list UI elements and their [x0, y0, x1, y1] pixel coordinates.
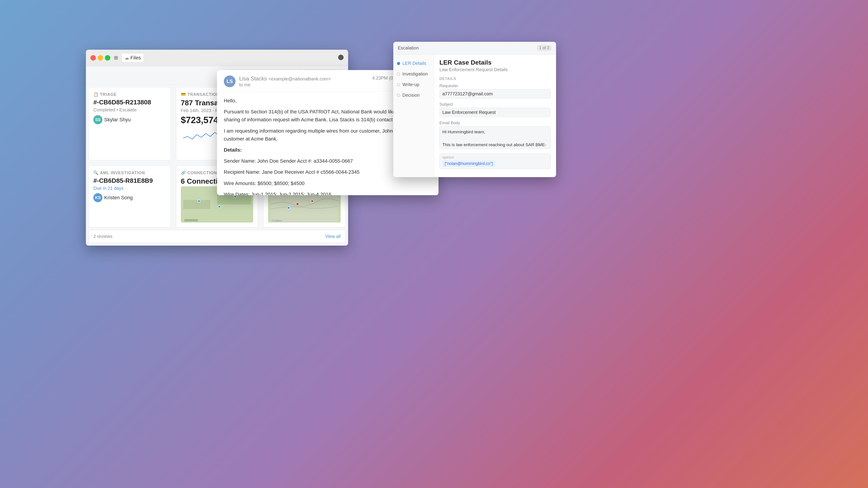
files-tab[interactable]: ☁ Files	[122, 53, 144, 62]
close-button[interactable]	[90, 55, 96, 61]
triage-label: 📋 TRIAGE	[93, 92, 166, 97]
sidebar-item-decision[interactable]: Decision	[393, 90, 434, 101]
ler-layout: LER Details Investigation Write-up Decis…	[393, 55, 556, 177]
cc-field: opinion ["nolan@hummingbird.co"]	[439, 153, 551, 169]
connections-icon: 🔗	[181, 170, 186, 175]
cc-email-tag[interactable]: ["nolan@hummingbird.co"]	[442, 160, 495, 167]
escalation-label: Escalation	[398, 45, 418, 51]
email-to: to me	[239, 82, 369, 88]
svg-text:© mapbox: © mapbox	[272, 219, 282, 222]
writeup-dot	[397, 83, 400, 86]
triage-panel: 📋 TRIAGE #-CB6D85-R213808 Completed • Es…	[89, 87, 170, 160]
close-tab-button[interactable]	[338, 55, 344, 60]
triage-username: Skylar Shyu	[104, 117, 131, 123]
grid-icon: ⊞	[114, 55, 118, 61]
triage-icon: 📋	[93, 92, 98, 97]
ler-details-label: LER Details	[402, 61, 426, 66]
ler-window: Escalation 1 of 3 LER Details Investigat…	[393, 42, 556, 177]
minimize-button[interactable]	[98, 55, 103, 61]
email-body-field: Email Body Hi Hummingbird team, This is …	[439, 121, 551, 150]
aml-user: KS Kristen Song	[93, 193, 166, 202]
email-body-textarea[interactable]: Hi Hummingbird team, This is law enforce…	[439, 126, 551, 149]
email-detail-3: Wire Amounts: $6500; $8500; $4500	[224, 180, 432, 187]
email-sender-name: Lisa Stacks <example@nationalbank.com>	[239, 75, 369, 82]
svg-point-4	[218, 205, 220, 208]
svg-rect-6	[184, 219, 198, 221]
email-details-heading: Details:	[224, 147, 242, 153]
subject-value[interactable]: Law Enforcement Request	[439, 108, 551, 117]
ler-subtitle: Law Enforcement Request Details	[439, 67, 551, 72]
writeup-label: Write-up	[402, 82, 419, 87]
investigation-label: Investigation	[402, 71, 428, 76]
svg-point-3	[198, 200, 200, 202]
triage-avatar: SS	[93, 115, 102, 124]
transactions-icon: 💳	[181, 92, 186, 97]
requester-label: Requester	[439, 84, 551, 88]
cc-value-box: opinion ["nolan@hummingbird.co"]	[439, 153, 551, 169]
decision-dot	[397, 94, 400, 97]
decision-label: Decision	[402, 93, 420, 98]
ler-details-dot	[397, 62, 400, 65]
reviews-count: 2 reviews	[93, 234, 112, 239]
sidebar-item-investigation[interactable]: Investigation	[393, 69, 434, 79]
titlebar: ⊞ ☁ Files	[86, 50, 348, 66]
svg-rect-1	[183, 200, 210, 209]
svg-point-9	[311, 200, 313, 202]
email-detail-4: Wire Dates: Jun-1 2015; Jun-2 2015; Jun-…	[224, 191, 432, 195]
aml-due-date: Due in 21 days	[93, 186, 166, 191]
maximize-button[interactable]	[105, 55, 110, 61]
aml-icon: 🔍	[93, 170, 98, 175]
triage-user: SS Skylar Shyu	[93, 115, 166, 124]
footer-row: 2 reviews View all	[89, 230, 345, 243]
sidebar-item-ler-details[interactable]: LER Details	[393, 58, 434, 69]
email-sender-address: <example@nationalbank.com>	[268, 76, 331, 81]
window-controls	[90, 55, 110, 61]
ler-details-section: DETAILS	[439, 77, 551, 81]
aml-username: Kristen Song	[104, 195, 133, 201]
email-body-label: Email Body	[439, 121, 551, 125]
ler-sidebar: LER Details Investigation Write-up Decis…	[393, 55, 434, 177]
cc-emails: ["nolan@hummingbird.co"]	[442, 160, 548, 167]
aml-avatar: KS	[93, 193, 102, 202]
ler-title: LER Case Details	[439, 59, 551, 66]
aml-id: #-CB6D85-R81E8B9	[93, 177, 166, 184]
ler-content: LER Case Details Law Enforcement Request…	[434, 55, 556, 177]
cloud-icon: ☁	[125, 55, 129, 61]
view-all-link[interactable]: View all	[325, 234, 341, 239]
svg-point-8	[296, 203, 299, 205]
step-indicator: 1 of 3	[537, 45, 552, 51]
ler-titlebar: Escalation 1 of 3	[393, 42, 556, 55]
triage-id: #-CB6D85-R213808	[93, 99, 166, 106]
requester-value[interactable]: a777723127@gmail.com	[439, 89, 551, 98]
triage-status: Completed • Escalate	[93, 107, 166, 112]
subject-field: Subject Law Enforcement Request	[439, 102, 551, 117]
svg-point-5	[234, 195, 236, 198]
investigation-dot	[397, 72, 400, 76]
cc-label: opinion	[442, 156, 548, 160]
subject-label: Subject	[439, 102, 551, 107]
sidebar-item-writeup[interactable]: Write-up	[393, 79, 434, 90]
aml-panel: 🔍 AML INVESTIGATION #-CB6D85-R81E8B9 Due…	[89, 166, 170, 227]
email-meta: Lisa Stacks <example@nationalbank.com> t…	[239, 75, 369, 88]
tab-label: Files	[130, 55, 141, 61]
requester-field: Requester a777723127@gmail.com	[439, 84, 551, 98]
email-sender-avatar: LS	[224, 75, 236, 87]
aml-label: 🔍 AML INVESTIGATION	[93, 170, 166, 175]
svg-point-10	[287, 207, 290, 209]
